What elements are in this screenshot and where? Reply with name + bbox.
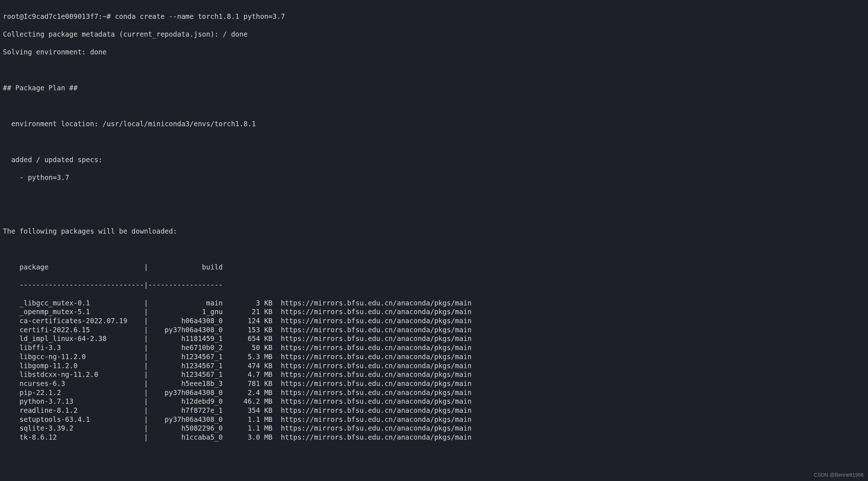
package-plan-header: ## Package Plan ## <box>3 83 868 92</box>
package-row: readline-8.1.2 | h7f8727e_1 354 KB https… <box>3 406 868 415</box>
package-row: libffi-3.3 | he6710b0_2 50 KB https://mi… <box>3 343 868 352</box>
shell-prompt: root@Ic9cad7c1e009013f7:~# <box>3 12 111 20</box>
package-row: _openmp_mutex-5.1 | 1_gnu 21 KB https://… <box>3 307 868 316</box>
watermark-text: CSDN @Bennett1998 <box>814 472 864 478</box>
package-row: ld_impl_linux-64-2.38 | h1181459_1 654 K… <box>3 334 868 343</box>
table-header-row: package | build <box>3 263 868 272</box>
env-location-path: /usr/local/miniconda3/envs/torch1.8.1 <box>103 120 256 128</box>
package-row: python-3.7.13 | h12debd9_0 46.2 MB https… <box>3 397 868 406</box>
specs-item: - python=3.7 <box>3 173 868 182</box>
package-row: sqlite-3.39.2 | h5082296_0 1.1 MB https:… <box>3 424 868 433</box>
blank-line <box>3 191 868 200</box>
package-row: libstdcxx-ng-11.2.0 | h1234567_1 4.7 MB … <box>3 370 868 379</box>
table-separator-row: ------------------------------|---------… <box>3 280 868 289</box>
blank-line <box>3 245 868 254</box>
package-row: setuptools-63.4.1 | py37h06a4308_0 1.1 M… <box>3 415 868 424</box>
package-row: libgcc-ng-11.2.0 | h1234567_1 5.3 MB htt… <box>3 352 868 361</box>
command-text: conda create --name torch1.8.1 python=3.… <box>115 12 285 20</box>
blank-line <box>3 102 868 111</box>
specs-header: added / updated specs: <box>3 155 868 164</box>
terminal-output: root@Ic9cad7c1e009013f7:~# conda create … <box>0 3 868 451</box>
package-row: ncurses-6.3 | h5eee18b_3 781 KB https://… <box>3 379 868 388</box>
download-header: The following packages will be downloade… <box>3 227 868 236</box>
package-row: tk-8.6.12 | h1ccaba5_0 3.0 MB https://mi… <box>3 433 868 442</box>
blank-line <box>3 66 868 75</box>
package-row: ca-certificates-2022.07.19 | h06a4308_0 … <box>3 316 868 325</box>
solving-env-line: Solving environment: done <box>3 48 868 57</box>
env-location-line: environment location: /usr/local/minicon… <box>3 119 868 128</box>
package-row: _libgcc_mutex-0.1 | main 3 KB https://mi… <box>3 299 868 308</box>
package-row: certifi-2022.6.15 | py37h06a4308_0 153 K… <box>3 325 868 334</box>
package-row: libgomp-11.2.0 | h1234567_1 474 KB https… <box>3 361 868 370</box>
blank-line <box>3 209 868 218</box>
blank-line <box>3 137 868 146</box>
package-row: pip-22.1.2 | py37h06a4308_0 2.4 MB https… <box>3 388 868 397</box>
collecting-metadata-line: Collecting package metadata (current_rep… <box>3 30 868 39</box>
prompt-line: root@Ic9cad7c1e009013f7:~# conda create … <box>3 12 868 21</box>
